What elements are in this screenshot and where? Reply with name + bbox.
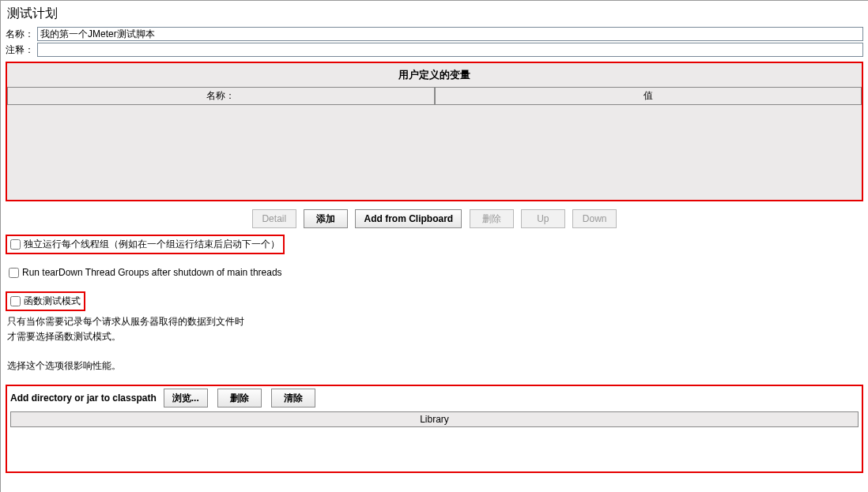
teardown-label: Run tearDown Thread Groups after shutdow… [22, 267, 282, 278]
delete-button: 删除 [470, 209, 514, 228]
user-vars-headers: 名称： 值 [7, 87, 862, 105]
down-button: Down [572, 209, 617, 228]
name-label: 名称： [6, 28, 37, 41]
functional-mode-desc: 只有当你需要记录每个请求从服务器取得的数据到文件时 才需要选择函数测试模式。 [7, 314, 863, 344]
user-vars-col-value[interactable]: 值 [435, 87, 862, 105]
consecutive-threadgroups-option[interactable]: 独立运行每个线程组（例如在一个组运行结束后启动下一个） [6, 235, 285, 254]
teardown-option[interactable]: Run tearDown Thread Groups after shutdow… [6, 265, 285, 280]
consecutive-checkbox[interactable] [10, 239, 21, 250]
user-vars-body[interactable] [7, 105, 862, 200]
consecutive-label: 独立运行每个线程组（例如在一个组运行结束后启动下一个） [24, 238, 280, 251]
classpath-section: Add directory or jar to classpath 浏览... … [6, 385, 863, 473]
detail-button: Detail [252, 209, 296, 228]
desc-line2: 才需要选择函数测试模式。 [7, 329, 863, 344]
page-title: 测试计划 [7, 6, 863, 22]
user-vars-title: 用户定义的变量 [7, 63, 862, 87]
clear-button[interactable]: 清除 [271, 389, 315, 407]
user-vars-col-name[interactable]: 名称： [7, 87, 435, 105]
comment-label: 注释： [6, 43, 37, 57]
functional-mode-label: 函数测试模式 [24, 295, 81, 308]
user-vars-section: 用户定义的变量 名称： 值 [6, 62, 863, 201]
vars-button-row: Detail 添加 Add from Clipboard 删除 Up Down [6, 209, 863, 228]
test-plan-panel: 测试计划 名称： 注释： 用户定义的变量 名称： 值 Detail 添加 Add… [0, 0, 868, 492]
functional-mode-option[interactable]: 函数测试模式 [6, 291, 85, 311]
functional-mode-checkbox[interactable] [10, 296, 21, 306]
library-list-body[interactable] [10, 427, 859, 468]
classpath-delete-button[interactable]: 删除 [217, 389, 262, 407]
browse-button[interactable]: 浏览... [164, 389, 208, 407]
add-from-clipboard-button[interactable]: Add from Clipboard [355, 209, 462, 228]
classpath-header-row: Add directory or jar to classpath 浏览... … [7, 386, 862, 410]
classpath-label: Add directory or jar to classpath [10, 392, 157, 404]
comment-input[interactable] [37, 43, 863, 57]
add-button[interactable]: 添加 [304, 209, 348, 228]
teardown-checkbox[interactable] [9, 268, 19, 278]
name-input[interactable] [37, 27, 863, 41]
perf-warning: 选择这个选项很影响性能。 [7, 359, 863, 374]
library-column-header[interactable]: Library [10, 411, 859, 427]
up-button: Up [521, 209, 565, 228]
desc-line1: 只有当你需要记录每个请求从服务器取得的数据到文件时 [7, 314, 863, 329]
comment-row: 注释： [6, 43, 863, 57]
name-row: 名称： [6, 27, 863, 41]
